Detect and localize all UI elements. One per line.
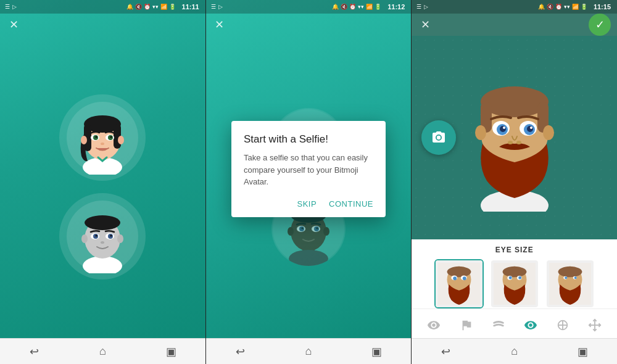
- nav-bar-1: ↩ ⌂ ▣: [0, 338, 205, 364]
- dialog-body: Take a selfie so that you can easily com…: [244, 152, 373, 188]
- confirm-button[interactable]: ✓: [589, 14, 611, 36]
- svg-point-75: [516, 141, 521, 144]
- back-button-2[interactable]: ↩: [228, 339, 252, 364]
- eye-edit-icon[interactable]: [423, 314, 445, 336]
- option-avatar-svg-3: [549, 263, 591, 305]
- section-title: EYE SIZE: [412, 239, 617, 259]
- home-button-3[interactable]: ⌂: [502, 339, 527, 364]
- svg-point-65: [543, 125, 554, 140]
- svg-point-70: [500, 126, 506, 132]
- svg-point-71: [527, 126, 533, 132]
- svg-point-27: [96, 235, 97, 237]
- eye-icon: [427, 318, 441, 332]
- status-left-icons-3: ☰ ▷: [416, 4, 428, 10]
- svg-point-89: [518, 276, 521, 279]
- svg-point-81: [453, 276, 457, 280]
- option-avatar-1: [436, 260, 482, 307]
- battery-icon-3: 🔋: [581, 4, 587, 10]
- signal-icon-3: 📶: [572, 4, 579, 10]
- svg-point-21: [81, 234, 88, 243]
- eye-size-option-3[interactable]: [545, 259, 595, 308]
- selfie-camera-button[interactable]: [421, 120, 456, 155]
- male-avatar-option[interactable]: [59, 193, 146, 279]
- recent-button-1[interactable]: ▣: [159, 339, 183, 364]
- eye-size-options: [412, 259, 617, 308]
- eye-size-option-1[interactable]: [434, 259, 484, 308]
- eyebrow-edit-icon[interactable]: [487, 314, 510, 336]
- close-button-1[interactable]: ✕: [6, 17, 21, 32]
- editor-avatar-area: [412, 36, 617, 239]
- screen-gender-select: ☰ ▷ 🔔 🔇 ⏰ ▾▾ 📶 🔋 11:11 ✕: [0, 0, 206, 364]
- phone-icon-3: ☰: [416, 4, 421, 10]
- home-button-1[interactable]: ⌂: [90, 339, 115, 364]
- avatar-selection: [0, 36, 205, 338]
- svg-point-95: [565, 276, 567, 279]
- play-icon: ▷: [12, 4, 17, 10]
- svg-point-29: [101, 241, 104, 244]
- svg-point-82: [463, 276, 466, 280]
- app-bar-3: ✕ ✓: [412, 14, 617, 36]
- back-button-1[interactable]: ↩: [22, 339, 46, 364]
- recent-button-3[interactable]: ▣: [571, 339, 595, 364]
- app-bar-1: ✕: [0, 14, 205, 36]
- continue-button[interactable]: CONTINUE: [329, 199, 373, 209]
- battery-icon: 🔋: [169, 4, 176, 10]
- flag-icon: [460, 318, 473, 332]
- svg-point-7: [81, 136, 87, 144]
- female-avatar-svg: [65, 101, 139, 175]
- svg-point-74: [508, 141, 513, 144]
- phone-icon: ☰: [5, 4, 10, 10]
- svg-point-14: [110, 136, 112, 138]
- svg-point-92: [558, 267, 582, 277]
- svg-point-85: [502, 267, 526, 277]
- camera-icon: [431, 130, 446, 145]
- svg-point-73: [530, 126, 532, 129]
- dialog-title: Start with a Selfie!: [244, 133, 373, 146]
- volume-icon: 🔇: [135, 4, 142, 10]
- option-avatar-svg-1: [438, 263, 480, 305]
- home-button-2[interactable]: ⌂: [296, 339, 321, 364]
- flag-edit-icon[interactable]: [455, 314, 478, 336]
- status-bar-1: ☰ ▷ 🔔 🔇 ⏰ ▾▾ 📶 🔋 11:11: [0, 0, 205, 14]
- nav-bar-2: ↩ ⌂ ▣: [206, 338, 412, 364]
- eye-size-icon: [524, 318, 537, 332]
- move-icon: [588, 318, 602, 332]
- screen-selfie-dialog: ☰ ▷ 🔔 🔇 ⏰ ▾▾ 📶 🔋 11:12 ✕: [206, 0, 412, 364]
- screen-avatar-editor: ☰ ▷ 🔔 🔇 ⏰ ▾▾ 📶 🔋 11:15 ✕ ✓: [412, 0, 617, 364]
- eye-size-option-2[interactable]: [490, 259, 539, 308]
- svg-point-78: [447, 267, 471, 277]
- svg-point-88: [508, 276, 511, 279]
- edit-icons-row: [412, 308, 617, 341]
- svg-point-13: [96, 136, 97, 138]
- eye-size-edit-icon[interactable]: [520, 314, 542, 336]
- bottom-panel: EYE SIZE: [412, 239, 617, 338]
- move-edit-icon[interactable]: [584, 314, 606, 336]
- svg-point-22: [117, 234, 123, 243]
- signal-icon: 📶: [160, 4, 167, 10]
- status-left-icons: ☰ ▷: [5, 4, 17, 10]
- svg-point-20: [85, 215, 120, 230]
- status-bar-3: ☰ ▷ 🔔 🔇 ⏰ ▾▾ 📶 🔋 11:15: [412, 0, 617, 14]
- svg-point-8: [118, 136, 124, 144]
- crosshair-edit-icon[interactable]: [552, 314, 574, 336]
- play-icon-3: ▷: [424, 4, 428, 10]
- option-avatar-3: [547, 260, 594, 307]
- volume-icon-3: 🔇: [547, 4, 553, 10]
- selfie-dialog: Start with a Selfie! Take a selfie so th…: [231, 121, 386, 217]
- skip-button[interactable]: SKIP: [297, 199, 317, 209]
- status-time-3: 11:15: [594, 3, 611, 10]
- notification-icon-3: 🔔: [538, 4, 545, 10]
- wifi-icon-3: ▾▾: [564, 4, 570, 10]
- wifi-icon: ▾▾: [152, 4, 159, 10]
- nav-bar-3: ↩ ⌂ ▣: [412, 338, 617, 364]
- main-editor-avatar: [453, 64, 576, 212]
- alarm-icon: ⏰: [144, 4, 151, 10]
- back-button-3[interactable]: ↩: [434, 339, 458, 364]
- crosshair-icon: [556, 318, 569, 332]
- option-avatar-2: [491, 260, 538, 307]
- female-avatar-option[interactable]: [59, 94, 146, 181]
- close-button-3[interactable]: ✕: [418, 17, 433, 32]
- recent-button-2[interactable]: ▣: [365, 339, 389, 364]
- svg-point-15: [101, 143, 104, 145]
- svg-point-96: [574, 276, 576, 279]
